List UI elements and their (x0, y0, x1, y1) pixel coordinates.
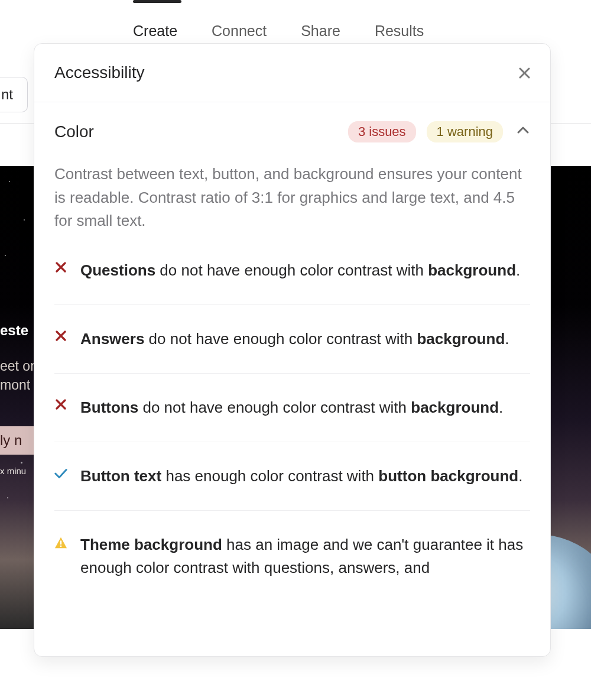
error-icon (54, 330, 67, 341)
accessibility-item: Theme background has an image and we can… (54, 510, 530, 602)
active-tab-indicator (133, 0, 181, 3)
panel-title: Accessibility (54, 63, 144, 82)
background-text-fragment-1: eet on (0, 358, 38, 374)
tab-share[interactable]: Share (301, 22, 340, 40)
top-tabs: Create Connect Share Results (0, 22, 591, 40)
warning-badge: 1 warning (427, 121, 503, 142)
error-icon (54, 262, 67, 273)
star (7, 497, 8, 498)
section-header: Color 3 issues 1 warning (34, 102, 550, 142)
accessibility-item: Questions do not have enough color contr… (54, 259, 530, 304)
panel-header: Accessibility (34, 44, 550, 102)
section-title: Color (54, 122, 348, 141)
item-part-2: . (516, 261, 520, 279)
item-strong-2: background (417, 330, 505, 348)
close-icon (519, 67, 530, 79)
item-part-2: . (499, 398, 503, 416)
background-answer-button-fragment[interactable]: ly n (0, 426, 34, 455)
item-part-1: do not have enough color contrast with (144, 330, 417, 348)
accessibility-item: Buttons do not have enough color contras… (54, 373, 530, 442)
item-part-1: has enough color contrast with (161, 467, 378, 485)
background-text-fragment-2: mont (0, 377, 30, 393)
item-strong-1: Answers (80, 330, 144, 348)
item-part-1: do not have enough color contrast with (155, 261, 428, 279)
error-icon (54, 399, 67, 410)
background-heading-fragment: este (0, 322, 28, 339)
item-part-2: . (505, 330, 509, 348)
star (9, 181, 10, 182)
item-strong-2: background (428, 261, 516, 279)
item-part-2: . (518, 467, 522, 485)
close-button[interactable] (519, 67, 530, 79)
background-button-fragment[interactable]: nt (0, 77, 28, 112)
warning-icon (54, 536, 67, 549)
tab-connect[interactable]: Connect (212, 22, 267, 40)
item-text: Questions do not have enough color contr… (80, 259, 520, 282)
section-description: Contrast between text, button, and backg… (34, 142, 550, 233)
star (5, 255, 6, 256)
svg-point-1 (60, 545, 62, 547)
item-text: Answers do not have enough color contras… (80, 328, 509, 351)
item-part-1: do not have enough color contrast with (138, 398, 411, 416)
item-strong-1: Button text (80, 467, 161, 485)
accessibility-items: Questions do not have enough color contr… (34, 233, 550, 602)
item-strong-1: Theme background (80, 536, 222, 553)
star (24, 219, 25, 221)
accessibility-item: Button text has enough color contrast wi… (54, 442, 530, 510)
background-time-fragment: x minu (0, 466, 26, 476)
star (21, 462, 22, 464)
tab-create[interactable]: Create (133, 22, 177, 40)
check-icon (54, 468, 67, 479)
item-text: Button text has enough color contrast wi… (80, 465, 522, 488)
accessibility-panel: Accessibility Color 3 issues 1 warning C… (34, 43, 551, 657)
item-text: Buttons do not have enough color contras… (80, 396, 503, 419)
collapse-button[interactable] (516, 124, 530, 140)
chevron-up-icon (516, 124, 530, 138)
svg-rect-0 (60, 540, 61, 545)
item-strong-1: Questions (80, 261, 155, 279)
item-text: Theme background has an image and we can… (80, 533, 530, 579)
item-strong-1: Buttons (80, 398, 138, 416)
tab-results[interactable]: Results (375, 22, 424, 40)
item-strong-2: button background (378, 467, 518, 485)
issues-badge: 3 issues (348, 121, 416, 142)
item-strong-2: background (411, 398, 499, 416)
accessibility-item: Answers do not have enough color contras… (54, 304, 530, 373)
